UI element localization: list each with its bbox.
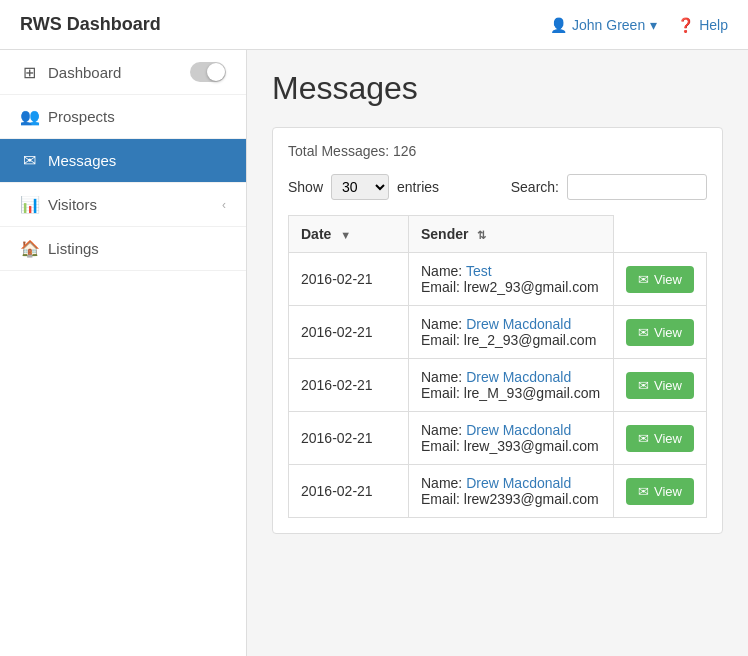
total-messages-label: Total Messages: 126 bbox=[288, 143, 707, 159]
email-label: Email: bbox=[421, 491, 464, 507]
name-label: Name: bbox=[421, 422, 466, 438]
email-value: lrew2_93@gmail.com bbox=[464, 279, 599, 295]
view-button-label: View bbox=[654, 431, 682, 446]
entries-label: entries bbox=[397, 179, 439, 195]
sender-cell: Name: TestEmail: lrew2_93@gmail.com bbox=[409, 253, 614, 306]
search-box: Search: bbox=[511, 174, 707, 200]
sidebar-item-label: Visitors bbox=[48, 196, 97, 213]
chevron-left-icon: ‹ bbox=[222, 198, 226, 212]
page-title: Messages bbox=[272, 70, 723, 107]
view-button[interactable]: ✉View bbox=[626, 319, 694, 346]
dashboard-toggle[interactable] bbox=[190, 62, 226, 82]
action-cell: ✉View bbox=[614, 253, 707, 306]
navbar: RWS Dashboard 👤 John Green ▾ ❓ Help bbox=[0, 0, 748, 50]
sidebar-item-listings[interactable]: 🏠 Listings bbox=[0, 227, 246, 271]
sender-cell: Name: Drew MacdonaldEmail: lrew2393@gmai… bbox=[409, 465, 614, 518]
messages-card: Total Messages: 126 Show 10 25 30 50 100… bbox=[272, 127, 723, 534]
sidebar-item-label: Prospects bbox=[48, 108, 115, 125]
sender-name-link[interactable]: Drew Macdonald bbox=[466, 475, 571, 491]
sender-name-link[interactable]: Drew Macdonald bbox=[466, 369, 571, 385]
messages-table: Date ▼ Sender ⇅ 2016-02-21Name: TestEmai… bbox=[288, 215, 707, 518]
navbar-user[interactable]: 👤 John Green ▾ bbox=[550, 17, 657, 33]
sender-cell: Name: Drew MacdonaldEmail: lre_M_93@gmai… bbox=[409, 359, 614, 412]
action-cell: ✉View bbox=[614, 306, 707, 359]
table-row: 2016-02-21Name: Drew MacdonaldEmail: lre… bbox=[289, 306, 707, 359]
email-value: lrew_393@gmail.com bbox=[464, 438, 599, 454]
navbar-help-label: Help bbox=[699, 17, 728, 33]
sender-column-header[interactable]: Sender ⇅ bbox=[409, 216, 614, 253]
sort-icon: ⇅ bbox=[477, 229, 486, 241]
sidebar-item-dashboard[interactable]: ⊞ Dashboard bbox=[0, 50, 246, 95]
name-label: Name: bbox=[421, 316, 466, 332]
search-label: Search: bbox=[511, 179, 559, 195]
envelope-icon: ✉ bbox=[638, 272, 649, 287]
email-label: Email: bbox=[421, 332, 464, 348]
date-cell: 2016-02-21 bbox=[289, 253, 409, 306]
table-row: 2016-02-21Name: Drew MacdonaldEmail: lre… bbox=[289, 359, 707, 412]
table-row: 2016-02-21Name: Drew MacdonaldEmail: lre… bbox=[289, 412, 707, 465]
sidebar-item-messages[interactable]: ✉ Messages bbox=[0, 139, 246, 183]
envelope-icon: ✉ bbox=[638, 484, 649, 499]
navbar-right: 👤 John Green ▾ ❓ Help bbox=[550, 17, 728, 33]
name-label: Name: bbox=[421, 369, 466, 385]
layout: ⊞ Dashboard 👥 Prospects ✉ Messages 📊 Vis… bbox=[0, 50, 748, 656]
entries-select[interactable]: 10 25 30 50 100 bbox=[331, 174, 389, 200]
table-row: 2016-02-21Name: TestEmail: lrew2_93@gmai… bbox=[289, 253, 707, 306]
name-label: Name: bbox=[421, 475, 466, 491]
view-button-label: View bbox=[654, 378, 682, 393]
main-content: Messages Total Messages: 126 Show 10 25 … bbox=[247, 50, 748, 656]
date-column-header[interactable]: Date ▼ bbox=[289, 216, 409, 253]
messages-icon: ✉ bbox=[20, 151, 38, 170]
search-input[interactable] bbox=[567, 174, 707, 200]
view-button[interactable]: ✉View bbox=[626, 478, 694, 505]
date-cell: 2016-02-21 bbox=[289, 465, 409, 518]
toggle-knob bbox=[207, 63, 225, 81]
email-label: Email: bbox=[421, 279, 464, 295]
chevron-down-icon: ▾ bbox=[650, 17, 657, 33]
action-cell: ✉View bbox=[614, 465, 707, 518]
sort-icon: ▼ bbox=[340, 229, 351, 241]
name-label: Name: bbox=[421, 263, 466, 279]
email-value: lre_2_93@gmail.com bbox=[464, 332, 597, 348]
envelope-icon: ✉ bbox=[638, 431, 649, 446]
date-cell: 2016-02-21 bbox=[289, 359, 409, 412]
view-button[interactable]: ✉View bbox=[626, 425, 694, 452]
sender-name-link[interactable]: Test bbox=[466, 263, 492, 279]
sidebar-item-visitors[interactable]: 📊 Visitors ‹ bbox=[0, 183, 246, 227]
sidebar-item-label: Listings bbox=[48, 240, 99, 257]
date-cell: 2016-02-21 bbox=[289, 306, 409, 359]
prospects-icon: 👥 bbox=[20, 107, 38, 126]
sidebar-item-prospects[interactable]: 👥 Prospects bbox=[0, 95, 246, 139]
sender-cell: Name: Drew MacdonaldEmail: lrew_393@gmai… bbox=[409, 412, 614, 465]
table-row: 2016-02-21Name: Drew MacdonaldEmail: lre… bbox=[289, 465, 707, 518]
sender-name-link[interactable]: Drew Macdonald bbox=[466, 422, 571, 438]
dashboard-icon: ⊞ bbox=[20, 63, 38, 82]
navbar-help[interactable]: ❓ Help bbox=[677, 17, 728, 33]
view-button-label: View bbox=[654, 325, 682, 340]
view-button[interactable]: ✉View bbox=[626, 372, 694, 399]
date-cell: 2016-02-21 bbox=[289, 412, 409, 465]
sender-name-link[interactable]: Drew Macdonald bbox=[466, 316, 571, 332]
envelope-icon: ✉ bbox=[638, 325, 649, 340]
navbar-username: John Green bbox=[572, 17, 645, 33]
email-value: lre_M_93@gmail.com bbox=[464, 385, 600, 401]
action-cell: ✉View bbox=[614, 359, 707, 412]
action-cell: ✉View bbox=[614, 412, 707, 465]
email-label: Email: bbox=[421, 385, 464, 401]
view-button[interactable]: ✉View bbox=[626, 266, 694, 293]
email-value: lrew2393@gmail.com bbox=[464, 491, 599, 507]
listings-icon: 🏠 bbox=[20, 239, 38, 258]
help-icon: ❓ bbox=[677, 17, 694, 33]
sidebar-item-label: Messages bbox=[48, 152, 116, 169]
show-entries: Show 10 25 30 50 100 entries bbox=[288, 174, 439, 200]
view-button-label: View bbox=[654, 484, 682, 499]
envelope-icon: ✉ bbox=[638, 378, 649, 393]
view-button-label: View bbox=[654, 272, 682, 287]
sidebar: ⊞ Dashboard 👥 Prospects ✉ Messages 📊 Vis… bbox=[0, 50, 247, 656]
show-label: Show bbox=[288, 179, 323, 195]
table-header-row: Date ▼ Sender ⇅ bbox=[289, 216, 707, 253]
sidebar-item-label: Dashboard bbox=[48, 64, 121, 81]
table-controls: Show 10 25 30 50 100 entries Search: bbox=[288, 174, 707, 200]
sender-cell: Name: Drew MacdonaldEmail: lre_2_93@gmai… bbox=[409, 306, 614, 359]
visitors-icon: 📊 bbox=[20, 195, 38, 214]
